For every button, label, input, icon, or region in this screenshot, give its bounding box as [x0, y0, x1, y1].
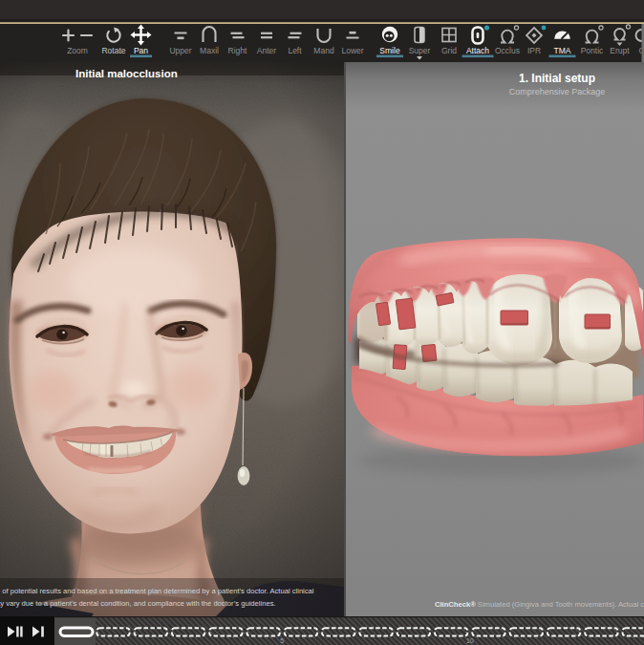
- svg-text:Initial malocclusion: Initial malocclusion: [75, 68, 178, 79]
- svg-text:e of potential results and bas: e of potential results and based on a tr…: [0, 587, 314, 595]
- svg-text:Mand: Mand: [313, 46, 334, 55]
- svg-text:Erupt: Erupt: [610, 46, 630, 55]
- svg-text:TMA: TMA: [554, 46, 571, 55]
- svg-text:IPR: IPR: [527, 46, 541, 55]
- svg-text:ClinCheck® Simulated (Gingiva: ClinCheck® Simulated (Gingiva and Tooth …: [435, 600, 644, 609]
- svg-text:Lower: Lower: [341, 46, 363, 55]
- svg-text:Right: Right: [228, 46, 247, 55]
- svg-text:Pan: Pan: [134, 46, 148, 55]
- svg-text:Upper: Upper: [169, 46, 191, 55]
- svg-text:ay vary due to a patient’s den: ay vary due to a patient’s dental condit…: [0, 599, 276, 608]
- svg-text:Attach: Attach: [466, 46, 489, 55]
- svg-text:Super: Super: [409, 46, 431, 55]
- svg-text:Maxil: Maxil: [200, 46, 219, 55]
- svg-text:Grid: Grid: [441, 46, 457, 55]
- svg-text:1. Initial setup: 1. Initial setup: [519, 72, 595, 85]
- svg-text:5: 5: [280, 637, 284, 644]
- svg-text:Left: Left: [288, 46, 302, 55]
- svg-text:Anter: Anter: [257, 46, 276, 55]
- svg-text:Comprehensive Package: Comprehensive Package: [509, 87, 606, 97]
- svg-text:10: 10: [466, 637, 474, 644]
- svg-text:Occlus: Occlus: [495, 46, 520, 55]
- svg-text:Pontic: Pontic: [581, 46, 604, 55]
- svg-text:Smile: Smile: [379, 46, 400, 55]
- svg-text:Rotate: Rotate: [101, 46, 125, 55]
- svg-text:Zoom: Zoom: [67, 46, 88, 55]
